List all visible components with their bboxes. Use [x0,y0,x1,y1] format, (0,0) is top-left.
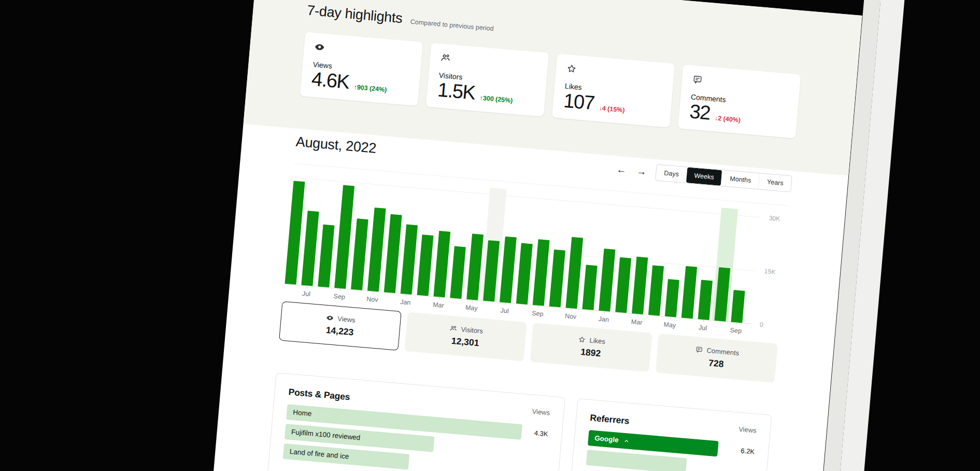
eye-icon [326,314,334,322]
x-axis-label: Jul [699,324,707,331]
chart-bar[interactable] [582,265,597,310]
list-item-value: 6.2K [740,443,755,460]
comment-icon [695,345,703,354]
star-icon [566,63,577,75]
stats-page: 7-day highlights Compared to previous pe… [201,0,862,471]
chart-bar[interactable] [417,234,434,296]
x-axis-tick [505,302,506,305]
granularity-tabs: DaysWeeksMonthsYears [655,164,792,192]
x-axis-tick [670,317,671,320]
x-axis-label: Jan [400,298,411,307]
chart-bar[interactable] [301,211,319,286]
chart-bar[interactable] [318,225,334,287]
chart-bar[interactable] [731,290,745,323]
highlights-title: 7-day highlights [306,3,403,27]
chart-bar[interactable] [533,239,550,306]
x-axis-tick [340,288,340,291]
metric-tab-likes[interactable]: Likes1892 [530,323,652,372]
highlight-value: 107 [563,91,595,114]
x-axis-label: Mar [433,301,445,309]
y-axis-label: 30K [769,214,780,223]
granularity-tab-weeks[interactable]: Weeks [686,167,722,186]
chart-bar[interactable] [566,237,584,309]
previous-period-button[interactable]: ← [615,163,628,176]
chart-bar[interactable] [648,265,664,316]
chart-bar[interactable] [500,237,517,303]
chevron-up-icon [622,437,630,445]
x-axis-label: Jan [598,315,609,324]
comment-icon [692,74,703,86]
x-axis-tick [472,300,473,302]
chart-bar[interactable] [632,257,648,314]
granularity-tab-months[interactable]: Months [721,170,759,189]
x-axis-tick [307,285,307,288]
chart-bar[interactable] [483,240,500,301]
granularity-tab-days[interactable]: Days [656,164,687,183]
x-axis-label: Sep [532,310,544,318]
chart-bar[interactable] [285,181,305,285]
highlight-delta: ↓2 (40%) [715,114,741,123]
list-item-value: 4.3K [534,425,549,442]
x-axis-label: Sep [730,327,742,335]
highlight-value: 4.6K [311,69,350,93]
detail-panels-row: Posts & Pages Views Home4.3KFujifilm x10… [263,372,772,471]
metric-tab-views[interactable]: Views14,223 [279,301,402,351]
chart-bar[interactable] [466,233,484,300]
highlights-subtitle: Compared to previous period [410,18,494,33]
posts-pages-panel: Posts & Pages Views Home4.3KFujifilm x10… [263,372,565,471]
highlight-card-likes: Likes107↓4 (15%) [552,53,675,128]
period-title: August, 2022 [295,133,377,156]
x-axis-label: Mar [631,318,643,326]
highlight-delta: ↑903 (24%) [353,84,387,93]
metric-tab-label: Views [337,315,356,324]
next-period-button[interactable]: → [635,164,648,177]
metric-tab-visitors[interactable]: Visitors12,301 [404,312,527,361]
referrers-list: Google6.2K [586,430,756,471]
x-axis-tick [571,308,572,311]
chart-bar[interactable] [549,250,565,307]
x-axis-tick [703,320,704,322]
highlight-card-comments: Comments32↓2 (40%) [678,64,801,138]
x-axis-tick [373,291,373,294]
x-axis-tick [637,314,638,316]
chart-bar[interactable] [401,224,418,294]
referrers-title: Referrers [590,412,630,426]
people-icon [440,52,451,64]
x-axis-tick [604,311,605,314]
chart-bar[interactable] [615,257,631,313]
screenshot-scene: 7-day highlights Compared to previous pe… [0,0,980,471]
referrers-views-column-header: Views [738,425,757,435]
chevron-up-icon[interactable] [622,437,630,445]
eye-icon [314,41,325,53]
highlight-value: 1.5K [437,80,476,104]
highlight-delta: ↑300 (25%) [479,94,513,104]
metric-tab-value: 14,223 [325,325,354,338]
granularity-tab-years[interactable]: Years [758,173,792,191]
chart-bar[interactable] [665,279,679,317]
referrers-panel: Referrers Views Google6.2K [564,398,772,471]
x-axis-label: Jul [302,290,310,298]
metric-tab-comments[interactable]: Comments728 [655,334,778,383]
chart-bar[interactable] [384,214,402,293]
chart-bar[interactable] [681,266,697,319]
x-axis-tick [439,297,439,299]
metric-tab-label: Comments [706,347,740,357]
highlight-delta: ↓4 (15%) [599,104,625,114]
chart-bar[interactable] [599,248,615,311]
posts-views-column-header: Views [532,408,550,417]
x-axis-label: Sep [333,293,345,301]
people-icon [449,324,458,333]
metric-tab-label: Visitors [461,325,484,335]
chart-bar[interactable] [334,185,354,289]
chart-bar[interactable] [367,207,386,292]
chart-bar[interactable] [714,267,730,322]
chart-bar[interactable] [516,243,533,304]
chart-bar[interactable] [698,280,713,320]
chart-bar[interactable] [433,231,450,297]
chart-bar[interactable] [450,246,465,299]
chart-bar[interactable] [351,218,368,290]
posts-pages-title: Posts & Pages [288,386,350,403]
x-axis-label: Jul [500,307,509,315]
y-axis-label: 0 [760,321,764,328]
highlight-card-views: Views4.6K↑903 (24%) [300,32,423,106]
